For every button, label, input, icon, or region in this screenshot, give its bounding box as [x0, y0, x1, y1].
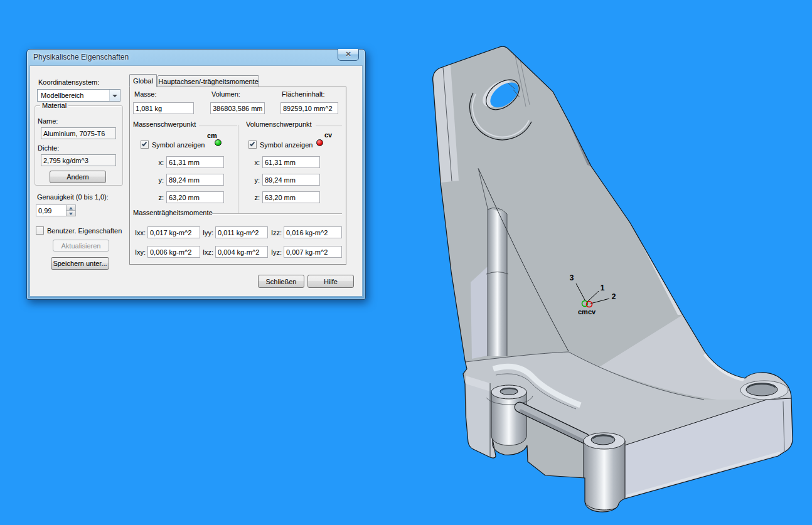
- triad-axis-3-label: 3: [570, 273, 574, 282]
- mass-label: Masse:: [134, 90, 156, 98]
- ixx-label: Ixx:: [131, 229, 146, 237]
- izz-field[interactable]: [284, 226, 342, 238]
- help-button[interactable]: Hilfe: [307, 275, 354, 288]
- mass-center-symbol-checkbox[interactable]: [141, 141, 149, 149]
- volume-x-label: x:: [251, 159, 260, 167]
- volume-center-title: Volumenschwerpunkt: [246, 120, 312, 129]
- inertia-title: Massenträgheitsmomente: [133, 209, 213, 217]
- iyy-label: Iyy:: [199, 229, 213, 237]
- material-name-field[interactable]: [41, 127, 116, 139]
- chevron-down-icon: [112, 95, 117, 97]
- coordinate-system-label: Koordinatensystem:: [38, 78, 99, 87]
- ixx-field[interactable]: [147, 226, 200, 238]
- close-dialog-button[interactable]: Schließen: [258, 275, 304, 288]
- arrow-down-icon: [69, 213, 73, 215]
- density-label: Dichte:: [38, 144, 59, 152]
- change-material-button[interactable]: Ändern: [50, 171, 106, 183]
- rib-face: [471, 267, 488, 359]
- triad-cmcv-label: cmcv: [578, 308, 596, 316]
- iyz-field[interactable]: [284, 246, 342, 258]
- custom-properties-label: Benutzer. Eigenschaften: [47, 227, 122, 235]
- check-icon: [250, 141, 255, 147]
- tab-global[interactable]: Global: [129, 74, 157, 87]
- arrow-up-icon: [69, 207, 73, 209]
- custom-properties-checkbox[interactable]: [36, 226, 44, 235]
- coordinate-system-value: Modellbereich: [41, 92, 83, 99]
- mass-x-label: x:: [155, 159, 164, 167]
- ixy-label: Ixy:: [131, 248, 146, 257]
- save-as-button[interactable]: Speichern unter...: [51, 257, 109, 270]
- close-button[interactable]: ✕: [338, 49, 359, 61]
- area-label: Flächeninhalt:: [282, 90, 325, 98]
- izz-label: Izz:: [267, 229, 282, 237]
- dialog-body: Koordinatensystem: Modellbereich Materia…: [29, 65, 363, 297]
- accuracy-label: Genauigkeit (0 bis 1,0):: [37, 193, 109, 201]
- volume-z-label: z:: [251, 194, 260, 202]
- mass-x-field[interactable]: [166, 156, 224, 168]
- mass-y-label: y:: [155, 176, 164, 184]
- leg-cylinder-face: [488, 208, 507, 356]
- cm-symbol-label: cm: [207, 132, 217, 140]
- dialog-titlebar[interactable]: Physikalische Eigenschaften ✕: [27, 50, 365, 65]
- ixy-field[interactable]: [147, 246, 200, 258]
- volume-y-field[interactable]: [262, 174, 320, 186]
- dialog-title: Physikalische Eigenschaften: [33, 53, 129, 61]
- density-field[interactable]: [41, 154, 116, 166]
- left-boss: [491, 392, 526, 445]
- triad-axis-1-label: 1: [601, 284, 605, 292]
- spinner-down-button[interactable]: [66, 210, 76, 216]
- check-icon: [142, 141, 147, 147]
- physical-properties-dialog: Physikalische Eigenschaften ✕ Koordinate…: [26, 49, 366, 300]
- center-boss: [584, 441, 625, 510]
- coordinate-system-select[interactable]: Modellbereich: [37, 89, 120, 102]
- combo-arrow-area[interactable]: [109, 90, 120, 101]
- tab-principal-axes[interactable]: Hauptachsen/-trägheitsmomente: [158, 75, 259, 87]
- triad-axis-2-label: 2: [612, 292, 616, 301]
- accuracy-input[interactable]: [36, 204, 67, 216]
- close-icon: ✕: [345, 50, 351, 58]
- volume-x-field[interactable]: [262, 156, 320, 168]
- ixz-field[interactable]: [215, 246, 268, 258]
- volume-center-symbol-label: Symbol anzeigen: [260, 141, 313, 149]
- iyy-field[interactable]: [215, 226, 268, 238]
- mass-center-title: Massenschwerpunkt: [133, 120, 196, 129]
- area-field[interactable]: [280, 102, 338, 114]
- mass-z-label: z:: [155, 194, 164, 202]
- cm-symbol-icon: [215, 139, 222, 146]
- material-name-label: Name:: [38, 117, 58, 125]
- update-button[interactable]: Aktualisieren: [53, 240, 109, 252]
- volume-z-field[interactable]: [262, 191, 320, 203]
- bracket-part[interactable]: [433, 46, 793, 512]
- global-tab-pane: Masse: Volumen: Flächeninhalt: Massensch…: [129, 87, 346, 265]
- cv-symbol-icon: [316, 139, 323, 146]
- volume-label: Volumen:: [211, 90, 240, 98]
- mass-center-symbol-label: Symbol anzeigen: [152, 141, 205, 149]
- mass-y-field[interactable]: [166, 174, 224, 186]
- volume-field[interactable]: [210, 102, 265, 114]
- mass-z-field[interactable]: [166, 191, 224, 203]
- cv-symbol-label: cv: [324, 131, 332, 139]
- mass-field[interactable]: [133, 102, 194, 114]
- material-group-label: Material: [40, 102, 68, 110]
- iyz-label: Iyz:: [267, 248, 282, 257]
- ixz-label: Ixz:: [199, 248, 213, 257]
- volume-y-label: y:: [251, 176, 260, 184]
- volume-center-symbol-checkbox[interactable]: [248, 141, 257, 149]
